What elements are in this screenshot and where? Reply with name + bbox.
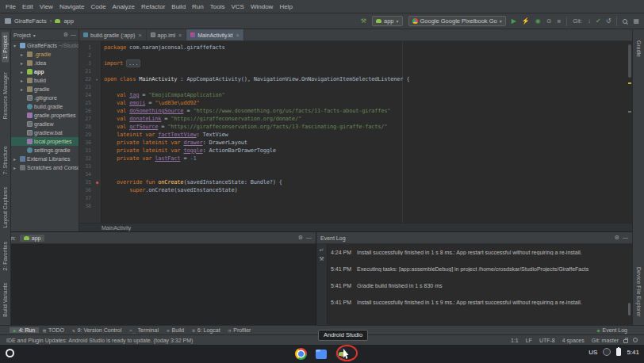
notifications-icon[interactable] [633,338,638,342]
hide-panel-icon[interactable]: — [306,235,312,241]
tool-tab-event-log[interactable]: ◉Event Log [593,327,631,333]
editor-breadcrumb[interactable]: MainActivity [79,223,632,231]
soft-wrap-icon[interactable]: ↵ [320,247,324,253]
tree-item-settings-gradle[interactable]: settings.gradle [11,146,79,155]
status-message[interactable]: IDE and Plugin Updates: Android Studio i… [6,338,193,343]
tree-item-build[interactable]: ▸build [11,76,79,85]
device-selector[interactable]: Google Google Pixelbook Go ▾ [408,16,506,26]
tree-item-gitignore[interactable]: .gitignore [11,94,79,102]
tool-tab-build[interactable]: ⚒Build [163,327,188,333]
editor-tab-build-gradle-app[interactable]: build.gradle (:app)× [79,29,147,40]
menu-items: FileEditViewNavigateCodeAnalyzeRefactorB… [2,3,296,10]
tree-item-scratches-and-consoles[interactable]: ▸Scratches and Consoles [11,163,79,172]
tree-item-gradle[interactable]: ▸.gradle [11,50,79,59]
build-icon[interactable]: ⚒ [361,18,366,25]
tool-tab-9-version-control[interactable]: ⇅9: Version Control [68,327,125,333]
menu-edit[interactable]: Edit [19,3,36,10]
code-line: 23 [79,83,632,91]
settings-icon[interactable]: ▦ [633,18,639,25]
chrome-icon[interactable] [295,348,307,360]
status-lf[interactable]: LF [526,338,532,343]
run-config-selector[interactable]: app ▾ [372,16,403,26]
tool-tab-profiler[interactable]: ◔Profiler [224,327,255,333]
lock-icon[interactable] [623,339,628,343]
git-update-icon[interactable]: ↓ [588,18,591,25]
run-icon[interactable]: ▶ [512,18,516,25]
tree-item-gradle[interactable]: ▸gradle [11,85,79,94]
tool-stripe-7-structure[interactable]: 7: Structure [2,143,9,178]
clock[interactable]: 5:41 [627,349,639,356]
event-log-entry: 5:41 PMInstall successfully finished in … [331,300,624,305]
menu-file[interactable]: File [2,3,19,10]
scratch-icon [20,165,25,170]
settings-icon[interactable]: ⚙ [615,235,619,241]
code-editor[interactable]: 1package com.naranjaconsal.giraffefacts2… [79,41,632,223]
tool-tab-6-logcat[interactable]: ≡6: Logcat [188,327,224,333]
tool-stripe-1-project[interactable]: 1: Project [2,32,9,63]
breadcrumb-module[interactable]: app [63,17,74,25]
apply-changes-icon[interactable]: ⚡ [522,18,530,25]
close-icon[interactable]: × [178,32,182,38]
menu-analyze[interactable]: Analyze [109,3,138,10]
settings-icon[interactable]: ⚙ [298,235,303,241]
status-utf-8[interactable]: UTF-8 [539,338,555,343]
close-icon[interactable]: × [138,32,141,38]
tree-item-external-libraries[interactable]: ▸External Libraries [11,155,79,163]
tool-stripe-gradle[interactable]: Gradle [635,37,642,60]
debug-icon[interactable]: ◉ [535,18,541,25]
launcher-button[interactable] [6,349,14,357]
tree-item-gradlew[interactable]: gradlew [11,120,79,128]
settings-icon[interactable]: ⚙ [63,32,68,38]
menu-build[interactable]: Build [168,3,189,10]
tree-item-giraffefacts[interactable]: ▾GiraffeFacts ~/StudioProjects/GiraffeFa… [11,41,79,50]
status-4-spaces[interactable]: 4 spaces [562,338,585,343]
git-revert-icon[interactable]: ↺ [606,18,611,25]
tool-stripe-2-favorites[interactable]: 2: Favorites [2,239,9,274]
menu-navigate[interactable]: Navigate [56,3,88,10]
stop-icon[interactable]: ■ [558,18,562,25]
hide-panel-icon[interactable]: — [71,32,76,38]
profile-icon[interactable]: ⊙ [546,18,552,25]
settings-icon[interactable]: ⚒ [319,256,324,262]
tool-stripe-resource-manager[interactable]: Resource Manager [2,69,9,123]
menu-code[interactable]: Code [87,3,109,10]
tool-stripe-layout-captures[interactable]: Layout Captures [2,184,9,231]
status-git-master[interactable]: Git: master [592,338,619,343]
menu-run[interactable]: Run [189,3,207,10]
tree-item-local-properties[interactable]: local.properties [11,137,79,146]
menu-tools[interactable]: Tools [207,3,228,10]
hide-panel-icon[interactable]: — [623,235,628,241]
keyboard-layout[interactable]: US [588,349,597,356]
tool-tab-terminal[interactable]: >_Terminal [125,327,163,333]
menu-help[interactable]: Help [276,3,295,10]
tool-stripe-device-file-explorer[interactable]: Device File Explorer [635,264,642,320]
menu-refactor[interactable]: Refactor [138,3,168,10]
breadcrumb-project[interactable]: GiraffeFacts [14,17,47,25]
git-commit-icon[interactable]: ✔ [596,18,601,25]
line-number: 2 [79,52,93,59]
close-icon[interactable]: × [236,32,239,38]
menu-vcs[interactable]: VCS [228,3,247,10]
run-tab-app[interactable]: app [20,235,45,242]
editor-tab-mainactivity-kt[interactable]: MainActivity.kt× [186,29,243,40]
tree-item-gradlew-bat[interactable]: gradlew.bat [11,128,79,137]
tool-stripe-build-variants[interactable]: Build Variants [2,280,9,320]
run-console-output[interactable] [11,244,316,325]
tree-item-build-gradle[interactable]: build.gradle [11,102,79,111]
search-everywhere-icon[interactable] [623,19,627,24]
tree-item-idea[interactable]: ▸.idea [11,59,79,67]
tree-item-app[interactable]: ▸app [11,67,79,76]
status-1-1[interactable]: 1:1 [511,338,519,343]
menu-window[interactable]: Window [247,3,276,10]
project-view-selector[interactable]: Project [13,32,31,38]
event-log-scrollbar[interactable] [628,303,631,315]
system-tray[interactable]: US 5:41 [588,348,639,356]
menu-view[interactable]: View [36,3,56,10]
line-number: 35 [79,179,93,185]
editor-tab-app-iml[interactable]: app.iml× [147,29,187,40]
code-line: 3import ... [79,59,632,67]
tool-tab-4-run[interactable]: ▶4: Run [10,327,39,333]
tree-item-gradle-properties[interactable]: gradle.properties [11,111,79,120]
tool-tab-todo[interactable]: ▤TODO [39,327,68,333]
files-app-icon[interactable] [316,350,327,359]
